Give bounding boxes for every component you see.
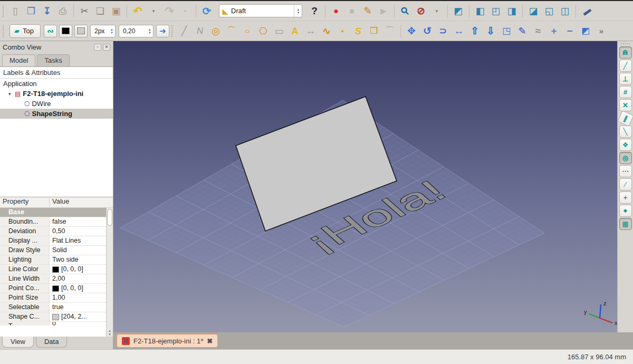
view-front-icon[interactable]: ◧ [473,4,487,18]
document-tab[interactable]: ⚙ F2-T18-ejemplo-ini : 1* ✖ [117,334,218,348]
property-row[interactable]: Boundin...false [0,217,106,227]
draft-circle-icon[interactable]: ◎ [208,24,223,39]
tree-item-f2-t18-ejemplo-ini[interactable]: ▾▤F2-T18-ejemplo-ini [0,89,113,99]
property-row[interactable]: Line Color[0, 0, 0] [0,265,106,274]
whats-this-icon[interactable]: ? [307,4,322,18]
snap-midpoint-icon[interactable]: ╲ [619,126,632,138]
zoom-fit-icon[interactable]: ⚲ [395,1,416,22]
measure-distance-icon[interactable]: ▬ [577,1,597,21]
view-left-icon[interactable]: ◫ [558,4,572,18]
draft-move-icon[interactable]: ✥ [404,24,419,39]
property-value[interactable]: [204, 2... [50,312,106,321]
snap-perpendicular-icon[interactable]: ⊥ [619,73,632,85]
working-plane-button[interactable]: ▰ Top [9,24,41,38]
draft-line-icon[interactable]: ╱ [177,24,191,39]
draft-bspline-icon[interactable]: ∿ [319,24,334,39]
tab-model[interactable]: Model [2,54,35,66]
draft-ellipse-icon[interactable]: ○ [240,26,255,35]
snap-parallel-icon[interactable]: ∥ [617,110,633,127]
snap-dimensions-icon[interactable]: ⋯ [619,165,632,177]
snap-intersection-icon[interactable]: ✕ [619,99,632,111]
macro-record-icon[interactable]: ● [329,4,343,18]
snap-working-plane-icon[interactable]: ⌖ [619,205,632,217]
spin-down-icon[interactable]: ▾ [111,31,113,34]
scrollbar-thumb[interactable] [107,209,112,226]
spin-down-icon[interactable]: ▾ [149,31,151,34]
draft-wire-icon[interactable]: N [191,24,208,39]
macro-play-icon[interactable]: ▶ [376,4,391,18]
property-row[interactable]: Display ...Flat Lines [0,236,106,246]
draft-facebinder-icon[interactable]: ❒ [367,24,381,39]
draft-delete-point-icon[interactable]: − [562,24,577,39]
draw-style-dropdown-icon[interactable]: ▾ [429,4,444,18]
property-value[interactable]: false [50,217,106,226]
line-width-spinbox[interactable]: 2px ▴ ▾ [90,25,116,37]
snap-near-icon[interactable]: ∕ [619,178,632,190]
property-row[interactable]: Shape C...[204, 2... [0,312,106,322]
draft-trimex-icon[interactable]: ↔ [452,24,466,39]
tree-expander-icon[interactable]: ▾ [8,91,15,97]
view-axonometric-icon[interactable]: ◩ [451,4,466,18]
tab-close-icon[interactable]: ✖ [207,337,213,345]
tab-tasks[interactable]: Tasks [37,54,69,66]
snap-grid-icon[interactable]: # [619,86,632,98]
property-value[interactable]: [0, 0, 0] [50,284,106,293]
draft-rectangle-icon[interactable]: ▭ [272,24,286,39]
tab-data[interactable]: Data [36,337,67,348]
property-value[interactable]: 2,00 [50,274,106,283]
draft-wire-to-bspline-icon[interactable]: ≈ [531,24,545,39]
tree-item-shapestring[interactable]: ⎔ShapeString [0,109,113,119]
property-row[interactable]: Selectabletrue [0,303,106,312]
draft-bezier-icon[interactable]: ⌒ [382,24,397,39]
property-value[interactable]: 0 [50,322,106,325]
property-row[interactable]: Point Co...[0, 0, 0] [0,284,106,293]
redo-icon[interactable]: ↷ [162,4,177,18]
paste-icon[interactable]: ▣ [109,4,123,18]
view-right-icon[interactable]: ◨ [504,4,519,18]
property-row[interactable]: LightingTwo side [0,255,106,265]
view-rear-icon[interactable]: ◪ [526,4,541,18]
save-icon[interactable]: ↧ [40,4,54,18]
snap-endpoint-icon[interactable]: ╱ [619,60,632,72]
draft-downgrade-icon[interactable]: ⇩ [483,24,498,39]
property-scrollbar[interactable]: ▴ ▾ [106,208,113,337]
property-row[interactable]: T...0 [0,322,106,325]
redo-dropdown-icon[interactable]: ▾ [178,4,193,18]
new-file-icon[interactable]: ▯ [8,4,23,18]
property-row[interactable]: Draw StyleSolid [0,246,106,255]
construction-mode-button[interactable]: ∾ [44,25,57,37]
toolbar-overflow-icon[interactable]: » [594,24,609,39]
undo-icon[interactable]: ↶ [130,4,145,18]
property-value[interactable]: true [50,303,106,312]
property-row[interactable]: Point Size1,00 [0,293,106,303]
text-scale-spinbox[interactable]: 0,20 ▴ ▾ [119,25,154,37]
snap-extension-icon[interactable]: + [619,191,632,204]
3d-view[interactable]: ¡Hola! x y z [113,41,617,332]
view-bottom-icon[interactable]: ◱ [542,4,557,18]
open-folder-icon[interactable]: ❐ [24,4,39,18]
autogroup-button[interactable]: ➔ [156,25,169,37]
snap-ortho-icon[interactable]: ❖ [619,139,632,151]
draft-add-point-icon[interactable]: + [546,24,561,39]
property-row[interactable]: Deviation0,50 [0,227,106,236]
draft-scale-icon[interactable]: ◳ [499,24,514,39]
property-value[interactable]: Two side [50,255,106,264]
workbench-selector-spinner[interactable]: ▴ ▾ [294,5,302,17]
macro-edit-icon[interactable]: ✎ [360,4,375,18]
face-color-button[interactable] [74,25,88,37]
property-value[interactable]: Flat Lines [50,236,106,245]
property-value[interactable]: 1,00 [50,293,106,302]
float-panel-icon[interactable]: ▫ [94,44,101,51]
property-group-row[interactable]: Base [0,208,106,217]
refresh-icon[interactable]: ⟳ [199,4,214,18]
scroll-down-icon[interactable]: ▾ [109,332,111,336]
line-color-button[interactable] [59,25,72,37]
draft-text-icon[interactable]: A [287,24,302,39]
3d-scene[interactable]: ¡Hola! x y z [113,41,617,332]
draft-shape2dview-icon[interactable]: ◩ [578,24,593,39]
property-value[interactable]: [0, 0, 0] [50,265,106,274]
workbench-selector[interactable]: ◣ Draft ▴ ▾ [219,4,302,17]
draft-offset-icon[interactable]: ⊃ [436,24,450,39]
scroll-up-icon[interactable]: ▴ [109,329,111,332]
draft-rotate-icon[interactable]: ↺ [420,24,435,39]
